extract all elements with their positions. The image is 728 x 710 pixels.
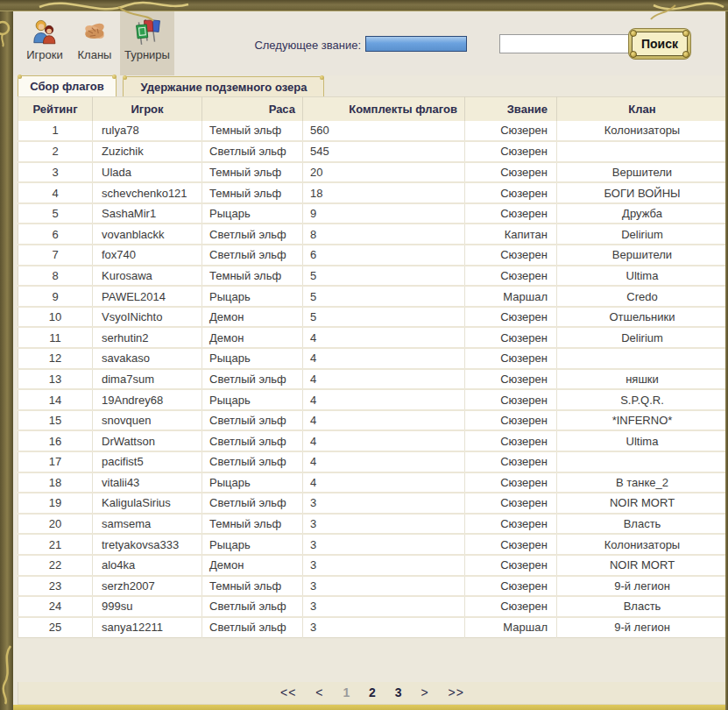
toolbar-item-label: Турниры: [120, 48, 174, 61]
cell-rating: 8: [18, 266, 93, 287]
cell-rating: 25: [18, 617, 93, 638]
cell-rating: 9: [18, 286, 93, 307]
cell-race: Рыцарь: [202, 286, 303, 307]
cell-clan: 9-й легион: [557, 617, 728, 638]
table-row: 5SashaMir1Рыцарь9СюзеренДружба: [18, 203, 728, 224]
cell-player: serhutin2: [93, 327, 202, 348]
cell-rank: Сюзерен: [465, 182, 557, 203]
toolbar-item-clans[interactable]: Кланы: [71, 11, 118, 75]
cell-race: Темный эльф: [202, 576, 303, 597]
cell-race: Светлый эльф: [202, 617, 303, 638]
cell-rating: 1: [18, 121, 93, 142]
tab-underground-lake[interactable]: Удержание подземного озера: [123, 76, 324, 96]
cell-clan: [557, 451, 728, 472]
tab-flag-collection[interactable]: Сбор флагов: [18, 75, 117, 96]
search-button[interactable]: Поиск: [628, 28, 691, 60]
cell-rank: Сюзерен: [465, 348, 557, 369]
cell-rank: Сюзерен: [465, 534, 557, 555]
table-row: 1rulya78Темный эльф560СюзеренКолонизатор…: [18, 121, 728, 142]
cell-clan: БОГИ ВОЙНЫ: [557, 182, 728, 203]
cell-rank: Сюзерен: [465, 410, 557, 431]
window-frame-left: [0, 0, 13, 710]
toolbar-item-players[interactable]: Игроки: [20, 11, 69, 75]
pagination-page-3[interactable]: 3: [395, 685, 402, 699]
cell-race: Рыцарь: [202, 472, 303, 493]
cell-player: rulya78: [93, 121, 202, 142]
cell-flag-sets: 5: [303, 286, 465, 307]
cell-rating: 5: [18, 203, 93, 224]
table-row: 3UladaТемный эльф20СюзеренВершители: [18, 162, 728, 183]
cell-player: Ulada: [93, 162, 202, 183]
cell-race: Демон: [202, 307, 303, 328]
cell-clan: 9-й легион: [557, 576, 728, 597]
toolbar-item-label: Игроки: [20, 48, 69, 61]
cell-flag-sets: 3: [303, 555, 465, 576]
cell-rating: 4: [18, 182, 93, 203]
cell-rank: Сюзерен: [465, 121, 557, 142]
column-header-rank: Звание: [465, 97, 557, 121]
cell-rank: Сюзерен: [465, 203, 557, 224]
cell-player: fox740: [93, 245, 202, 266]
pagination: << < 1 2 3 > >>: [18, 682, 727, 705]
cell-rating: 7: [18, 245, 93, 266]
cell-race: Светлый эльф: [202, 451, 303, 472]
cell-player: snovquen: [93, 410, 202, 431]
table-row: 13dima7sumСветлый эльф4Сюзеренняшки: [18, 369, 728, 390]
cell-player: sanya12211: [93, 617, 202, 638]
pagination-last[interactable]: >>: [449, 685, 464, 699]
ranking-table: Рейтинг Игрок Раса Комплекты флагов Зван…: [18, 96, 728, 638]
cell-clan: Вершители: [557, 245, 728, 266]
cell-race: Светлый эльф: [202, 369, 303, 390]
table-row: 19KaligulaSiriusСветлый эльф3СюзеренNOIR…: [18, 493, 728, 514]
cell-clan: NOIR MORT: [557, 493, 728, 514]
cell-rank: Сюзерен: [465, 493, 557, 514]
pagination-prev[interactable]: <: [315, 685, 323, 699]
column-header-rating: Рейтинг: [18, 97, 93, 121]
cell-player: Kurosawa: [93, 266, 202, 287]
cell-player: DrWattson: [93, 430, 202, 451]
cell-rating: 10: [18, 307, 93, 328]
tournaments-icon: [132, 18, 162, 47]
toolbar-item-tournaments[interactable]: Турниры: [120, 11, 174, 75]
cell-rating: 2: [18, 141, 93, 162]
cell-player: savakaso: [93, 348, 202, 369]
pagination-next[interactable]: >: [421, 685, 428, 699]
table-header-row: Рейтинг Игрок Раса Комплекты флагов Зван…: [18, 97, 728, 121]
cell-flag-sets: 4: [303, 472, 465, 493]
cell-player: vitalii43: [93, 472, 202, 493]
cell-rating: 3: [18, 162, 93, 183]
cell-clan: *INFERNO*: [557, 410, 728, 431]
cell-player: KaligulaSirius: [93, 493, 202, 514]
game-window: Игроки Кланы: [0, 0, 728, 710]
cell-clan: Дружба: [557, 203, 728, 224]
table-row: 21tretyakovsa333Рыцарь3СюзеренКолонизато…: [18, 534, 728, 555]
pagination-first[interactable]: <<: [280, 685, 296, 699]
cell-flag-sets: 3: [303, 596, 465, 617]
cell-rank: Сюзерен: [465, 369, 557, 390]
cell-rating: 19: [18, 493, 93, 514]
cell-rank: Сюзерен: [465, 555, 557, 576]
cell-flag-sets: 3: [303, 534, 465, 555]
table-row: 23serzh2007Темный эльф3Сюзерен9-й легион: [18, 576, 728, 597]
cell-race: Светлый эльф: [202, 410, 303, 431]
cell-race: Светлый эльф: [202, 596, 303, 617]
table-row: 15snovquenСветлый эльф4Сюзерен*INFERNO*: [18, 410, 728, 431]
cell-rating: 17: [18, 451, 93, 472]
cell-flag-sets: 4: [303, 327, 465, 348]
cell-flag-sets: 5: [303, 266, 465, 287]
cell-player: SashaMir1: [93, 203, 202, 224]
button-corner-ornament: [630, 51, 637, 58]
cell-race: Темный эльф: [202, 121, 303, 142]
table-row: 6vovanblackkСветлый эльф8КапитанDelirium: [18, 224, 728, 245]
search-input[interactable]: [499, 34, 629, 53]
cell-rank: Маршал: [465, 617, 557, 638]
pagination-page-2[interactable]: 2: [369, 685, 376, 699]
cell-flag-sets: 545: [303, 141, 465, 162]
cell-flag-sets: 4: [303, 451, 465, 472]
clans-icon: [80, 18, 110, 47]
cell-rating: 16: [18, 430, 93, 451]
cell-player: alo4ka: [93, 555, 202, 576]
cell-race: Темный эльф: [202, 266, 303, 287]
column-header-flag-sets: Комплекты флагов: [303, 97, 465, 121]
cell-flag-sets: 6: [303, 245, 465, 266]
